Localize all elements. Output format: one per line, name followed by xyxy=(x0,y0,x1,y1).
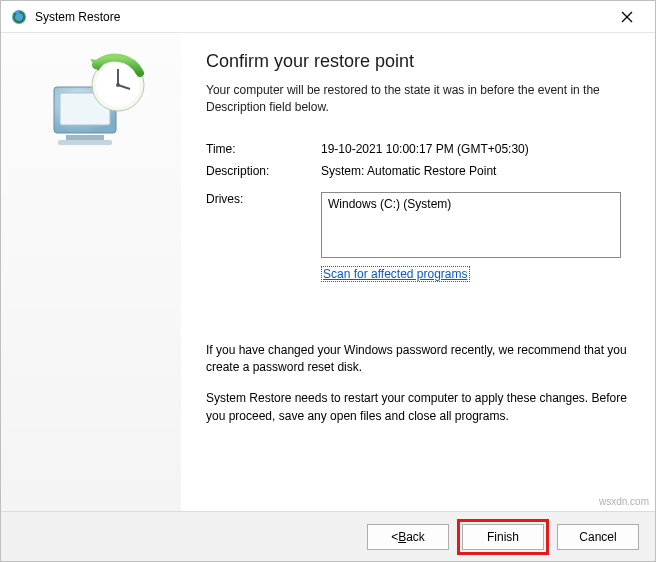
drives-item[interactable]: Windows (C:) (System) xyxy=(328,197,614,211)
wizard-footer: < Back Finish Cancel xyxy=(1,511,655,561)
description-label: Description: xyxy=(206,164,321,178)
watermark: wsxdn.com xyxy=(599,496,649,507)
drives-label: Drives: xyxy=(206,192,321,258)
finish-button-highlight: Finish xyxy=(457,519,549,555)
close-button[interactable] xyxy=(607,3,647,31)
time-value: 19-10-2021 10:00:17 PM (GMT+05:30) xyxy=(321,142,627,156)
svg-rect-5 xyxy=(66,135,104,140)
close-icon xyxy=(621,11,633,23)
time-label: Time: xyxy=(206,142,321,156)
finish-button[interactable]: Finish xyxy=(462,524,544,550)
svg-point-11 xyxy=(116,83,120,87)
wizard-sidebar xyxy=(1,33,181,511)
wizard-content: Confirm your restore point Your computer… xyxy=(181,33,655,511)
system-restore-illustration-icon xyxy=(36,53,156,163)
restart-note: System Restore needs to restart your com… xyxy=(206,390,627,425)
intro-text: Your computer will be restored to the st… xyxy=(206,82,627,116)
drives-listbox[interactable]: Windows (C:) (System) xyxy=(321,192,621,258)
system-restore-icon xyxy=(11,9,27,25)
window-title: System Restore xyxy=(35,10,607,24)
svg-rect-6 xyxy=(58,140,112,145)
titlebar: System Restore xyxy=(1,1,655,33)
password-note: If you have changed your Windows passwor… xyxy=(206,342,627,377)
cancel-button[interactable]: Cancel xyxy=(557,524,639,550)
description-value: System: Automatic Restore Point xyxy=(321,164,627,178)
page-heading: Confirm your restore point xyxy=(206,51,627,72)
back-button[interactable]: < Back xyxy=(367,524,449,550)
scan-affected-programs-link[interactable]: Scan for affected programs xyxy=(321,266,470,282)
